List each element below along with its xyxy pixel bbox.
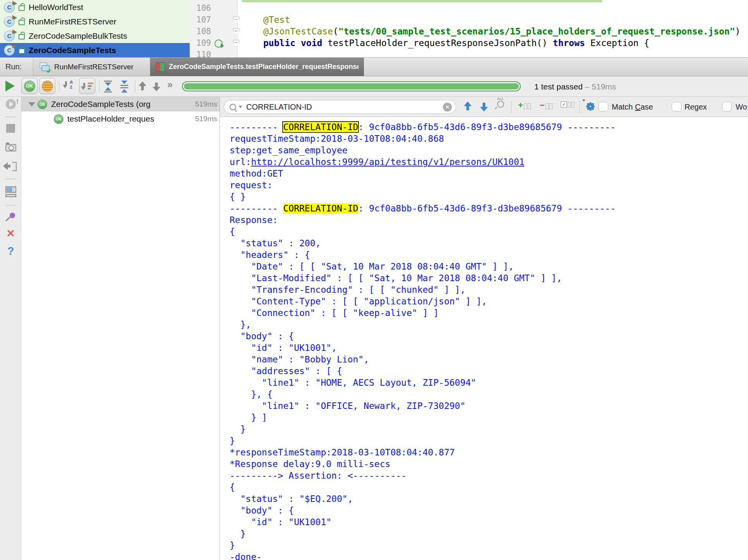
search-highlight: CORRELATION-ID	[283, 122, 358, 132]
console-line: "id" : "UK1001",	[230, 342, 748, 354]
show-passed-button[interactable]: OK	[21, 78, 38, 94]
regex-checkbox[interactable]	[672, 102, 681, 112]
console-line: "line1" : "HOME, AECS Layout, ZIP-56094"	[230, 377, 748, 388]
console-line: "body" : {	[230, 505, 748, 516]
project-tree-item[interactable]: CZeroCodeSampleTests	[0, 43, 190, 57]
code-line[interactable]: @JsonTestCase("tests/00_sample_test_scen…	[263, 26, 740, 37]
junit-test-icon	[156, 62, 165, 72]
collapse-all-button[interactable]	[118, 81, 130, 93]
test-tree-row[interactable]: OKZeroCodeSampleTests (org519ms	[21, 97, 220, 112]
ide-window: CHelloWorldTestCRunMeFirstRESTServerCZer…	[0, 0, 748, 560]
console-line: *responseTimeStamp:2018-03-10T08:04:40.8…	[230, 447, 748, 458]
ok-status-icon: OK	[38, 100, 47, 109]
sort-by-duration-button[interactable]	[79, 78, 95, 94]
code-line[interactable]: public void testPlaceHolder_requestRespo…	[263, 37, 649, 49]
rerun-icon[interactable]	[5, 81, 15, 91]
toolbar-separator	[511, 101, 512, 113]
help-icon[interactable]: ?	[0, 246, 21, 256]
run-tab-zerocodesampletests[interactable]: ZeroCodeSampleTests.testPlaceHolder_requ…	[150, 58, 364, 76]
test-status: 1 test passed – 519ms	[534, 76, 616, 97]
stop-icon[interactable]	[0, 124, 21, 133]
console-panel: CORRELATION-ID ✕ ALL + − ✓	[220, 97, 748, 560]
console-line: "body" : {	[230, 330, 748, 342]
console-line: "Transfer-Encoding" : [ [ "chunked" ] ],	[230, 284, 748, 295]
console-line: "Connection" : [ [ "keep-alive" ] ]	[230, 307, 748, 319]
editor-line-highlight	[242, 0, 602, 2]
search-input[interactable]: CORRELATION-ID ✕	[224, 100, 456, 114]
show-ignored-button[interactable]	[39, 78, 55, 94]
console-line: "name" : "Bobby Lion",	[230, 354, 748, 365]
run-tab-runmefirstrestserver[interactable]: RunMeFirstRESTServer	[33, 58, 150, 76]
toolbar-overflow-chevron[interactable]: »	[167, 79, 173, 90]
test-duration: 519ms	[195, 115, 217, 123]
console-line: request:	[230, 179, 748, 191]
lock-icon	[18, 32, 25, 40]
line-number: 108	[190, 26, 211, 37]
clear-search-icon[interactable]: ✕	[443, 103, 452, 112]
search-icon	[230, 104, 236, 110]
project-tree-item[interactable]: CRunMeFirstRESTServer	[0, 14, 190, 29]
toggle-filter-icon[interactable]: ✓	[561, 101, 575, 108]
restore-layout-icon[interactable]	[0, 186, 21, 197]
status-time-text: – 519ms	[585, 82, 616, 91]
project-tree-item[interactable]: CZeroCodeSampleBulkTests	[0, 29, 190, 43]
toolbar-separator	[59, 81, 60, 92]
console-line: "id" : "UK1001"	[230, 516, 748, 528]
close-icon[interactable]: ✕	[0, 228, 21, 239]
console-line: --------- CORRELATION-ID: 9cf0a8bb-6fb5-…	[230, 121, 748, 133]
running-app-icon	[39, 62, 50, 72]
code-editor[interactable]: 106107@Test108@JsonTestCase("tests/00_sa…	[190, 0, 748, 57]
sort-alphabetically-button[interactable]: az	[63, 79, 73, 89]
words-checkbox[interactable]	[722, 102, 732, 112]
project-tree-item-label: HelloWorldTest	[29, 3, 83, 12]
console-line: }, {	[230, 388, 748, 400]
console-line: "Content-Type" : [ [ "application/json" …	[230, 295, 748, 307]
console-output: --------- CORRELATION-ID: 9cf0a8bb-6fb5-…	[220, 117, 748, 560]
add-filter-icon[interactable]: +	[518, 101, 531, 109]
expander-triangle-icon[interactable]	[28, 102, 35, 107]
lock-icon	[18, 46, 25, 55]
test-progress-bar	[182, 81, 521, 91]
camera-icon[interactable]	[0, 144, 21, 151]
console-line: "Last-Modified" : [ [ "Sat, 10 Mar 2018 …	[230, 272, 748, 284]
console-search-bar: CORRELATION-ID ✕ ALL + − ✓	[220, 97, 748, 117]
pin-tab-icon[interactable]	[0, 212, 21, 222]
console-line: } ]	[230, 412, 748, 423]
run-label: Run:	[5, 58, 22, 76]
code-line[interactable]: @Test	[263, 14, 290, 26]
console-line: "status" : "$EQ.200",	[230, 493, 748, 505]
rerun-failed-tests-icon[interactable]: !	[0, 99, 21, 109]
console-line: --------- CORRELATION-ID: 9cf0a8bb-6fb5-…	[230, 203, 748, 214]
console-line: }	[230, 539, 748, 551]
run-test-gutter-icon[interactable]	[214, 40, 223, 48]
ignored-status-icon	[42, 81, 53, 92]
line-number: 106	[190, 2, 211, 14]
toolbar-separator	[579, 101, 580, 113]
next-match-icon[interactable]	[480, 101, 488, 112]
next-occurrence-icon[interactable]	[153, 81, 160, 91]
toolbar-separator	[0, 117, 21, 117]
console-line: ---------> Assertion: <----------	[230, 470, 748, 481]
search-history-chevron-icon[interactable]	[238, 106, 242, 108]
door-import-icon[interactable]	[0, 162, 21, 171]
console-line: url:http://localhost:9999/api/testing/v1…	[230, 156, 748, 168]
lock-icon	[18, 3, 25, 12]
previous-occurrence-icon[interactable]	[139, 81, 146, 91]
test-class-icon: C	[4, 16, 15, 27]
run-window-left-toolbar: ! ✕ ?	[0, 97, 21, 560]
match-case-checkbox[interactable]	[599, 102, 608, 112]
expand-all-button[interactable]	[102, 81, 114, 93]
project-tree: CHelloWorldTestCRunMeFirstRESTServerCZer…	[0, 0, 190, 57]
test-duration: 519ms	[195, 100, 217, 108]
line-number: 109	[190, 37, 211, 49]
console-line: method:GET	[230, 168, 748, 179]
test-tree-row[interactable]: OKtestPlaceHolder_reques519ms	[21, 112, 220, 126]
console-url-link[interactable]: http://localhost:9999/api/testing/v1/per…	[251, 157, 524, 167]
match-case-label: Match Case	[612, 97, 653, 117]
console-line: "headers" : {	[230, 249, 748, 261]
project-tree-item[interactable]: CHelloWorldTest	[0, 0, 190, 14]
previous-match-icon[interactable]	[464, 101, 472, 112]
toolbar-separator	[99, 81, 100, 92]
project-tree-item-label: ZeroCodeSampleTests	[29, 46, 116, 55]
remove-filter-icon[interactable]: −	[540, 101, 552, 109]
